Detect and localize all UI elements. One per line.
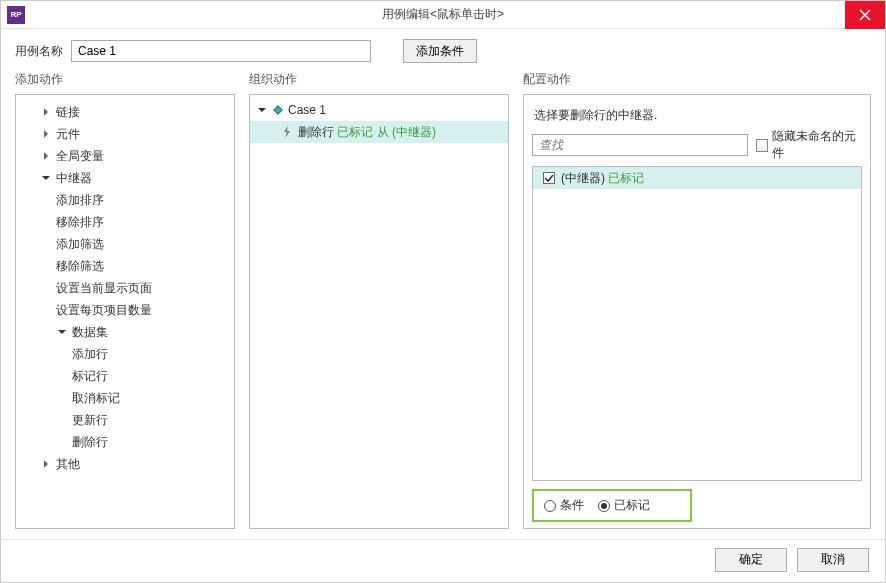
list-item-prefix: (中继器) bbox=[561, 170, 605, 187]
tree-item-add-rows[interactable]: 添加行 bbox=[20, 343, 230, 365]
chevron-right-icon bbox=[40, 458, 52, 470]
organize-action-header: 组织动作 bbox=[249, 69, 509, 90]
tree-label: 中继器 bbox=[56, 170, 92, 187]
checkbox-icon bbox=[756, 139, 768, 152]
chevron-right-icon bbox=[40, 150, 52, 162]
top-row: 用例名称 添加条件 bbox=[1, 29, 885, 69]
delete-mode-radio-group: 条件 已标记 bbox=[532, 489, 692, 522]
tree-label: 更新行 bbox=[72, 412, 108, 429]
configure-action-panel: 选择要删除行的中继器. 隐藏未命名的元件 (中继器) 已标记 bbox=[523, 94, 871, 529]
add-action-column: 添加动作 链接 元件 全局变量 中继器 添加 bbox=[15, 69, 235, 529]
tree-item-add-sort[interactable]: 添加排序 bbox=[20, 189, 230, 211]
case-label: Case 1 bbox=[288, 103, 326, 117]
checkbox-checked-icon bbox=[543, 172, 555, 184]
case-name-input[interactable] bbox=[71, 40, 371, 62]
tree-label: 添加行 bbox=[72, 346, 108, 363]
titlebar: RP 用例编辑<鼠标单击时> bbox=[1, 1, 885, 29]
case-icon bbox=[272, 104, 284, 116]
tree-label: 数据集 bbox=[72, 324, 108, 341]
tree-label: 元件 bbox=[56, 126, 80, 143]
action-row[interactable]: 删除行 已标记 从 (中继器) bbox=[250, 121, 508, 143]
action-tree: 链接 元件 全局变量 中继器 添加排序 移除排序 添加筛选 移除筛选 bbox=[16, 95, 234, 481]
tree-item-unmark-rows[interactable]: 取消标记 bbox=[20, 387, 230, 409]
config-top-row: 隐藏未命名的元件 bbox=[532, 128, 862, 162]
tree-label: 删除行 bbox=[72, 434, 108, 451]
tree-label: 其他 bbox=[56, 456, 80, 473]
tree-label: 移除排序 bbox=[56, 214, 104, 231]
tree-label: 移除筛选 bbox=[56, 258, 104, 275]
radio-label: 条件 bbox=[560, 497, 584, 514]
case-name-label: 用例名称 bbox=[15, 43, 63, 60]
chevron-down-icon bbox=[256, 104, 268, 116]
add-action-header: 添加动作 bbox=[15, 69, 235, 90]
tree-label: 设置当前显示页面 bbox=[56, 280, 152, 297]
tree-label: 添加排序 bbox=[56, 192, 104, 209]
chevron-down-icon bbox=[40, 172, 52, 184]
tree-item-remove-sort[interactable]: 移除排序 bbox=[20, 211, 230, 233]
hide-unnamed-label: 隐藏未命名的元件 bbox=[772, 128, 862, 162]
svg-rect-0 bbox=[274, 106, 282, 114]
hide-unnamed-checkbox[interactable]: 隐藏未命名的元件 bbox=[756, 128, 862, 162]
organize-action-panel: Case 1 删除行 已标记 从 (中继器) bbox=[249, 94, 509, 529]
radio-condition[interactable]: 条件 bbox=[544, 497, 584, 514]
tree-item-delete-rows[interactable]: 删除行 bbox=[20, 431, 230, 453]
body-columns: 添加动作 链接 元件 全局变量 中继器 添加 bbox=[1, 69, 885, 539]
tree-item-repeater[interactable]: 中继器 bbox=[20, 167, 230, 189]
action-suffix: 已标记 从 (中继器) bbox=[337, 124, 436, 141]
tree-label: 标记行 bbox=[72, 368, 108, 385]
tree-item-remove-filter[interactable]: 移除筛选 bbox=[20, 255, 230, 277]
cancel-button[interactable]: 取消 bbox=[797, 548, 869, 572]
tree-item-set-current-page[interactable]: 设置当前显示页面 bbox=[20, 277, 230, 299]
tree-item-globals[interactable]: 全局变量 bbox=[20, 145, 230, 167]
chevron-right-icon bbox=[40, 106, 52, 118]
tree-item-mark-rows[interactable]: 标记行 bbox=[20, 365, 230, 387]
repeater-list: (中继器) 已标记 bbox=[532, 166, 862, 481]
tree-item-set-items-per-page[interactable]: 设置每页项目数量 bbox=[20, 299, 230, 321]
config-instruction: 选择要删除行的中继器. bbox=[534, 107, 862, 124]
tree-item-add-filter[interactable]: 添加筛选 bbox=[20, 233, 230, 255]
close-button[interactable] bbox=[845, 1, 885, 29]
add-condition-button[interactable]: 添加条件 bbox=[403, 39, 477, 63]
case-tree: Case 1 删除行 已标记 从 (中继器) bbox=[250, 95, 508, 147]
tree-label: 全局变量 bbox=[56, 148, 104, 165]
radio-label: 已标记 bbox=[614, 497, 650, 514]
bolt-icon bbox=[280, 125, 294, 139]
search-input[interactable] bbox=[532, 134, 748, 156]
configure-action-column: 配置动作 选择要删除行的中继器. 隐藏未命名的元件 (中继器) 已标记 bbox=[523, 69, 871, 529]
list-item-suffix: 已标记 bbox=[608, 170, 644, 187]
tree-label: 取消标记 bbox=[72, 390, 120, 407]
tree-item-dataset[interactable]: 数据集 bbox=[20, 321, 230, 343]
organize-action-column: 组织动作 Case 1 删除行 已标记 从 (中继器) bbox=[249, 69, 509, 529]
window-title: 用例编辑<鼠标单击时> bbox=[382, 6, 504, 23]
ok-button[interactable]: 确定 bbox=[715, 548, 787, 572]
case-row[interactable]: Case 1 bbox=[250, 99, 508, 121]
tree-item-links[interactable]: 链接 bbox=[20, 101, 230, 123]
dialog-footer: 确定 取消 bbox=[1, 539, 885, 579]
tree-item-widgets[interactable]: 元件 bbox=[20, 123, 230, 145]
chevron-right-icon bbox=[40, 128, 52, 140]
configure-action-header: 配置动作 bbox=[523, 69, 871, 90]
list-item[interactable]: (中继器) 已标记 bbox=[533, 167, 861, 189]
app-icon: RP bbox=[7, 6, 25, 24]
add-action-panel: 链接 元件 全局变量 中继器 添加排序 移除排序 添加筛选 移除筛选 bbox=[15, 94, 235, 529]
radio-checked-icon bbox=[598, 500, 610, 512]
tree-item-other[interactable]: 其他 bbox=[20, 453, 230, 475]
radio-marked[interactable]: 已标记 bbox=[598, 497, 650, 514]
tree-label: 添加筛选 bbox=[56, 236, 104, 253]
close-icon bbox=[859, 9, 871, 21]
tree-label: 链接 bbox=[56, 104, 80, 121]
chevron-down-icon bbox=[56, 326, 68, 338]
radio-unchecked-icon bbox=[544, 500, 556, 512]
action-prefix: 删除行 bbox=[298, 124, 334, 141]
tree-label: 设置每页项目数量 bbox=[56, 302, 152, 319]
tree-item-update-rows[interactable]: 更新行 bbox=[20, 409, 230, 431]
